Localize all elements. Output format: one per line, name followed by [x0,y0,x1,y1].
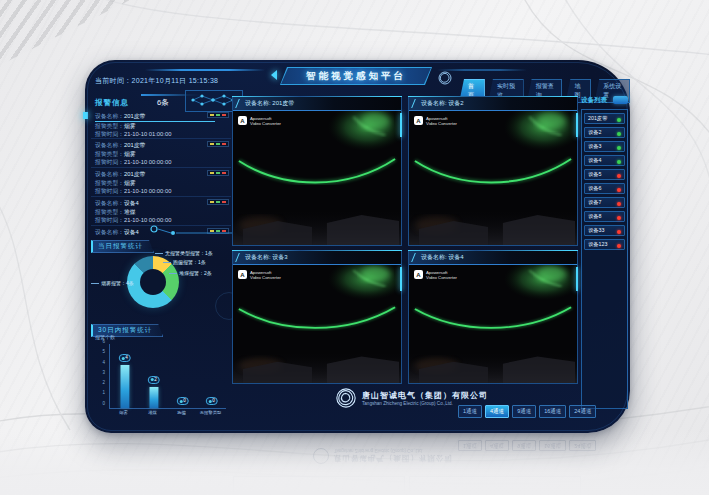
legend-item: 堆煤报警：2条 [169,270,212,276]
frame-accent-bar [400,113,402,137]
status-dot [617,118,621,122]
video-frame-2[interactable]: 设备名称: 设备2 A ApowersoftVideo C [408,96,578,246]
video-frame-4[interactable]: 设备名称: 设备4 A ApowersoftVideo C [408,250,578,384]
alarm-time-value: 21-10-10 01:00:00 [124,131,171,137]
bar-column: 0 [197,344,226,408]
video-frame-3[interactable]: 设备名称: 设备3 A ApowersoftVideo C [232,250,402,384]
video-device-name: 设备3 [272,254,287,260]
alarm-time-value: 21-10-10 00:00:00 [124,188,171,194]
device-item[interactable]: 201皮带 [584,113,625,124]
watermark: A ApowersoftVideo Converter [238,270,281,280]
device-name-label: 设备名称： [95,113,124,119]
alarm-status-indicator [207,141,229,147]
alarm-type-label: 报警类型： [95,180,124,186]
device-name-value: 201皮带 [124,113,145,119]
alarm-type-label: 报警类型： [95,209,124,215]
device-list-panel: 设备列表 201皮带 设备2 设备3 设备4 设备5 设备6 设备7 设备8 设… [581,94,628,426]
legend-item: 烟雾报警：4条 [91,280,134,286]
bar-value-badge: 4 [118,354,131,362]
status-dot [617,146,621,150]
slash-decoration [235,99,243,108]
video-device-name: 设备2 [448,100,463,106]
alarm-sidebar: 报警信息 6条 设备名称：201皮带 报警类型：烟雾 [91,96,231,428]
channel-switcher: 1通道 4通道 9通道 16通道 24通道 [458,405,596,418]
video-content: A ApowersoftVideo Converter [233,265,401,383]
device-item[interactable]: 设备2 [584,127,625,138]
device-list-more-button[interactable] [613,96,628,104]
alarm-card[interactable]: 设备名称：201皮带 报警类型：烟雾 报警时间：21-10-10 00:00:0… [91,168,231,197]
alarm-status-indicator [207,170,229,176]
device-item[interactable]: 设备6 [584,183,625,194]
device-item[interactable]: 设备3 [584,141,625,152]
header-logo-icon [437,70,453,90]
alarm-panel-title: 报警信息 [95,98,129,108]
alarm-status-indicator [207,199,229,205]
slash-decoration [235,253,243,262]
device-item[interactable]: 设备7 [584,197,625,208]
device-item[interactable]: 设备8 [584,211,625,222]
channel-16-button[interactable]: 16通道 [539,405,566,418]
bar [149,387,158,408]
alarm-card[interactable]: 设备名称：201皮带 报警类型：烟雾 报警时间：21-10-10 00:00:0… [91,139,231,168]
frame-accent-bar [576,113,578,137]
platform-title: 智能视觉感知平台 [306,70,406,83]
status-dot [617,188,621,192]
alarm-status-indicator [207,112,229,118]
device-item[interactable]: 设备123 [584,239,625,250]
legend-item: 无报警类型报警：1条 [155,250,213,256]
watermark: A ApowersoftVideo Converter [414,116,457,126]
device-list-title: 设备列表 [581,96,607,105]
bar-chart-yticks: 65 43 21 0 [93,340,105,406]
video-grid: 设备名称: 201皮带 A ApowersoftVideo [232,96,578,386]
channel-1-button[interactable]: 1通道 [458,405,482,418]
video-frame-header: 设备名称: 设备3 [233,251,401,265]
alarm-type-value: 烟雾 [124,180,136,186]
alarm-type-value: 烟雾 [124,123,136,129]
watermark: A ApowersoftVideo Converter [414,270,457,280]
current-time: 当前时间：2021年10月11日 15:15:38 [95,76,218,86]
status-dot [617,160,621,164]
video-name-label: 设备名称: [245,254,272,260]
frame-accent-bar [400,267,402,291]
alarm-time-label: 报警时间： [95,217,124,223]
device-item[interactable]: 设备33 [584,225,625,236]
bar-column: 0 [168,344,197,408]
alarm-card[interactable]: 设备名称：201皮带 报警类型：烟雾 报警时间：21-10-10 01:00:0… [91,110,231,139]
alarm-count-badge: 6条 [157,98,169,108]
channel-4-button[interactable]: 4通道 [485,405,509,418]
today-stats-section: 当日报警统计 无报警类型报警：1条 跑偏报警：1条 堆煤报警：2条 烟雾报警：4… [91,234,231,316]
bar-value-badge: 0 [176,397,189,405]
device-name-label: 设备名称： [95,200,124,206]
video-frame-header: 设备名称: 设备4 [409,251,577,265]
channel-24-button[interactable]: 24通道 [569,405,596,418]
watermark: A ApowersoftVideo Converter [238,116,281,126]
status-dot [617,174,621,178]
video-device-name: 201皮带 [272,100,294,106]
monthly-stats-section: 30日内报警统计 报警个数 65 43 21 0 4 2 0 [91,318,231,426]
video-frame-header: 设备名称: 设备2 [409,97,577,111]
bar-value-badge: 2 [147,376,160,384]
status-dot [617,244,621,248]
video-frame-1[interactable]: 设备名称: 201皮带 A ApowersoftVideo [232,96,402,246]
video-device-name: 设备4 [448,254,463,260]
device-item[interactable]: 设备4 [584,155,625,166]
status-dot [617,216,621,220]
frame-accent-bar [576,267,578,291]
video-name-label: 设备名称: [245,100,272,106]
bar-chart-xlabels: 烟雾堆煤跑偏无报警类型 [109,410,225,415]
bar-column: 4 [110,344,139,408]
bar-column: 2 [139,344,168,408]
device-list: 201皮带 设备2 设备3 设备4 设备5 设备6 设备7 设备8 设备33 设… [581,109,628,409]
watermark-logo-icon: A [238,116,247,125]
alarm-type-label: 报警类型： [95,151,124,157]
watermark-logo-icon: A [414,270,423,279]
bar [120,365,129,408]
status-dot [617,202,621,206]
channel-9-button[interactable]: 9通道 [512,405,536,418]
header-line-decoration [145,69,265,71]
video-content: A ApowersoftVideo Converter [233,111,401,245]
status-dot [617,230,621,234]
device-item[interactable]: 设备5 [584,169,625,180]
platform-title-banner: 智能视觉感知平台 [280,67,432,85]
device-name-value: 设备4 [124,200,139,206]
